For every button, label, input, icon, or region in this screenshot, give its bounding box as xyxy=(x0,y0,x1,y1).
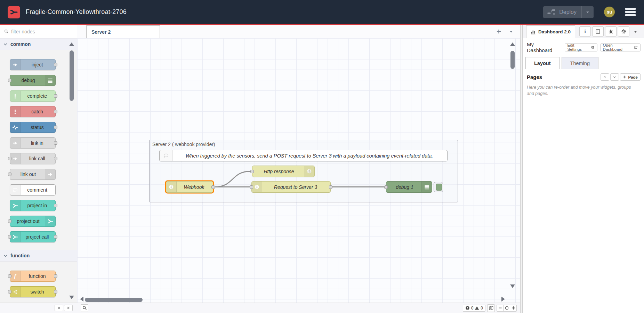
help-tab-button[interactable] xyxy=(592,26,604,37)
tab-layout[interactable]: Layout xyxy=(525,57,560,69)
deploy-options-caret[interactable] xyxy=(582,6,594,18)
input-port[interactable] xyxy=(8,290,11,294)
comment-bubble-icon xyxy=(160,150,173,161)
info-tab-button[interactable]: i xyxy=(579,26,591,37)
palette-node-project-out[interactable]: project out xyxy=(10,216,56,227)
app-logo xyxy=(8,6,20,18)
add-flow-button[interactable] xyxy=(496,29,501,34)
input-port[interactable] xyxy=(384,185,388,189)
palette-scroll-up-arrow[interactable] xyxy=(69,42,74,46)
palette-node-project-call[interactable]: project call xyxy=(10,231,56,242)
node-label: project call xyxy=(21,232,53,242)
input-port[interactable] xyxy=(250,170,254,173)
canvas-scroll-down-arrow[interactable] xyxy=(510,284,515,288)
edit-settings-button[interactable]: Edit Settings xyxy=(565,43,597,51)
palette-node-debug[interactable]: debug xyxy=(10,75,56,86)
category-header-function[interactable]: function xyxy=(0,250,77,262)
move-page-up-button[interactable] xyxy=(601,73,609,81)
palette-node-switch[interactable]: switch xyxy=(10,286,56,297)
notification-counters[interactable]: 0 0 xyxy=(463,305,485,312)
canvas-scroll-up-arrow[interactable] xyxy=(510,42,515,46)
output-port[interactable] xyxy=(54,141,57,145)
palette-collapse-all-button[interactable] xyxy=(55,305,63,311)
double-chevron-down-icon xyxy=(66,306,70,310)
palette-footer xyxy=(0,303,77,313)
palette-node-catch[interactable]: catch xyxy=(10,106,56,117)
output-port[interactable] xyxy=(54,126,57,129)
flow-node-debug1[interactable]: debug 1 xyxy=(386,181,432,193)
debug-enable-toggle[interactable] xyxy=(434,182,443,192)
sidebar-tabs-caret[interactable] xyxy=(634,30,637,34)
search-icon xyxy=(4,29,9,34)
output-port[interactable] xyxy=(211,185,215,189)
move-page-down-button[interactable] xyxy=(610,73,619,81)
main-menu-button[interactable] xyxy=(625,8,636,16)
user-avatar[interactable]: su xyxy=(604,7,615,17)
canvas-search-button[interactable] xyxy=(81,304,88,312)
zoom-in-button[interactable] xyxy=(510,305,517,312)
input-port[interactable] xyxy=(8,235,11,239)
palette-node-comment[interactable]: comment xyxy=(10,184,56,195)
dashboard-title: My Dashboard xyxy=(527,41,560,53)
palette-node-link-call[interactable]: link call xyxy=(10,153,56,164)
output-port[interactable] xyxy=(54,63,57,66)
category-header-common[interactable]: common xyxy=(0,38,77,50)
canvas-scroll-left-arrow[interactable] xyxy=(80,297,83,302)
input-port[interactable] xyxy=(8,157,11,160)
node-label: inject xyxy=(21,59,53,70)
palette-node-project-in[interactable]: project in xyxy=(10,200,56,211)
wire[interactable] xyxy=(215,171,251,187)
output-port[interactable] xyxy=(54,94,57,98)
navigator-toggle-button[interactable] xyxy=(487,304,495,312)
add-page-button[interactable]: Page xyxy=(620,73,641,81)
flow-list-caret[interactable] xyxy=(509,30,513,34)
node-label: Http response xyxy=(255,166,303,177)
palette-node-status[interactable]: status xyxy=(10,122,56,133)
output-port[interactable] xyxy=(54,274,57,278)
palette-expand-all-button[interactable] xyxy=(64,305,73,311)
debug-tab-button[interactable] xyxy=(605,26,617,37)
node-label: link out xyxy=(12,169,44,179)
output-port[interactable] xyxy=(54,235,57,239)
palette-filter-placeholder: filter nodes xyxy=(11,29,35,34)
output-port[interactable] xyxy=(54,204,57,207)
sidebar-splitter[interactable] xyxy=(520,25,523,313)
flow-canvas[interactable]: Server 2 ( webhook provider) When trigge… xyxy=(77,38,520,303)
palette-scroll-down-arrow[interactable] xyxy=(69,296,74,299)
open-dashboard-button[interactable]: Open Dashboard xyxy=(600,43,641,51)
output-port[interactable] xyxy=(329,185,332,189)
comment-text: When triggered by the sensors, send a PO… xyxy=(175,150,444,161)
input-port[interactable] xyxy=(8,172,11,176)
flow-node-webhook[interactable]: Webhook xyxy=(166,181,213,193)
output-port[interactable] xyxy=(54,110,57,113)
flow-node-http_response[interactable]: Http response xyxy=(252,166,315,177)
flow-node-request[interactable]: Request to Server 3 xyxy=(251,181,331,193)
zoom-out-button[interactable] xyxy=(497,305,504,312)
palette-node-function[interactable]: ƒfunction xyxy=(10,271,56,282)
input-port[interactable] xyxy=(8,79,11,82)
category-label: function xyxy=(10,253,30,258)
node-label: complete xyxy=(21,91,53,101)
canvas-scroll-right-arrow[interactable] xyxy=(501,297,505,302)
palette-node-complete[interactable]: complete xyxy=(10,90,56,102)
input-port[interactable] xyxy=(8,274,11,278)
deploy-button[interactable]: Deploy xyxy=(543,6,594,18)
comment-node[interactable]: When triggered by the sensors, send a PO… xyxy=(159,150,448,161)
palette-node-inject[interactable]: inject xyxy=(10,59,56,70)
input-port[interactable] xyxy=(250,185,253,189)
tab-dashboard-2[interactable]: Dashboard 2.0 xyxy=(526,25,575,38)
palette-node-link-out[interactable]: link out xyxy=(10,169,56,180)
output-port[interactable] xyxy=(54,290,57,294)
config-tab-button[interactable] xyxy=(618,26,629,37)
palette-scrollbar-thumb[interactable] xyxy=(70,50,74,101)
input-port[interactable] xyxy=(8,219,11,223)
canvas-v-scrollbar-thumb[interactable] xyxy=(510,51,515,69)
tab-theming[interactable]: Theming xyxy=(562,57,598,69)
flow-tab-server-2[interactable]: Server 2 xyxy=(86,25,160,38)
branch-icon xyxy=(10,232,21,242)
zoom-reset-button[interactable] xyxy=(503,305,510,312)
palette-node-link-in[interactable]: link in xyxy=(10,137,56,149)
output-port[interactable] xyxy=(54,157,57,160)
canvas-h-scrollbar-thumb[interactable] xyxy=(85,298,143,302)
palette-filter[interactable]: filter nodes xyxy=(0,25,77,38)
